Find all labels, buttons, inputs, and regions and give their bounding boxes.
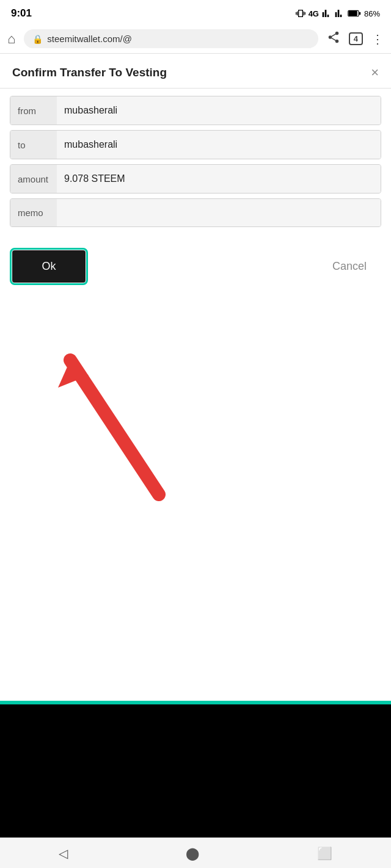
to-label: to [10,131,57,159]
form-row-to: to mubasherali [10,130,381,159]
signal-icon [322,9,332,18]
vibrate-icon [296,9,305,18]
form-row-amount: amount 9.078 STEEM [10,164,381,193]
amount-value: 9.078 STEEM [57,165,381,193]
status-icons: 4G 86% [296,9,380,18]
from-value: mubasherali [57,96,381,125]
dialog-title: Confirm Transfer To Vesting [12,66,167,79]
recents-icon[interactable]: ⬜ [317,846,332,861]
ok-button[interactable]: Ok [12,250,86,283]
menu-icon[interactable]: ⋮ [371,32,384,46]
address-bar[interactable]: 🔒 steemitwallet.com/@ [24,29,318,48]
cancel-button[interactable]: Cancel [320,250,379,283]
android-nav-bar: ◁ ⬤ ⬜ [0,837,391,868]
arrow-annotation [37,330,171,507]
browser-actions: 4 ⋮ [327,31,384,47]
address-text: steemitwallet.com/@ [47,34,132,44]
signal-icon-2 [335,9,345,18]
battery-text: 86% [364,9,380,18]
home-nav-icon[interactable]: ⬤ [186,846,199,861]
memo-value [57,199,381,226]
browser-bar: ⌂ 🔒 steemitwallet.com/@ 4 ⋮ [0,24,391,54]
memo-label: memo [10,199,57,226]
form-body: from mubasherali to mubasherali amount 9… [0,89,391,239]
lock-icon: 🔒 [32,34,43,44]
close-button[interactable]: × [371,66,379,79]
battery-icon [348,9,361,18]
dialog-header: Confirm Transfer To Vesting × [0,54,391,89]
svg-rect-2 [349,11,357,16]
back-icon[interactable]: ◁ [59,846,68,861]
svg-line-4 [70,360,159,494]
status-time: 9:01 [11,7,32,20]
dialog-actions: Ok Cancel [0,239,391,294]
to-value: mubasherali [57,131,381,159]
svg-rect-1 [359,12,360,15]
tabs-badge[interactable]: 4 [349,32,363,45]
form-row-memo: memo [10,198,381,227]
home-icon[interactable]: ⌂ [7,31,15,47]
from-label: from [10,96,57,125]
amount-label: amount [10,165,57,193]
share-icon[interactable] [327,31,340,47]
signal-label: 4G [309,9,319,18]
status-bar: 9:01 4G 86% [0,0,391,24]
confirm-dialog: Confirm Transfer To Vesting × from mubas… [0,54,391,294]
black-section [0,704,391,837]
form-row-from: from mubasherali [10,96,381,125]
svg-marker-5 [58,360,89,388]
